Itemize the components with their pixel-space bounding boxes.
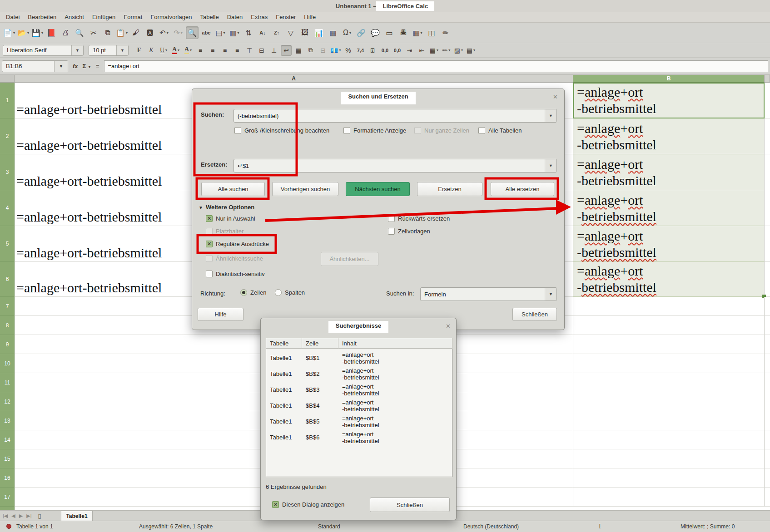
row-header-2[interactable]: 2 (0, 118, 15, 154)
menu-formatvorlagen[interactable]: Formatvorlagen (146, 12, 196, 22)
cell-b13[interactable] (573, 411, 765, 430)
menu-format[interactable]: Format (119, 12, 146, 22)
menu-ansicht[interactable]: Ansicht (60, 12, 88, 22)
cut-icon[interactable]: ✂ (87, 26, 100, 39)
paste-icon[interactable]: 📋▾ (115, 26, 128, 39)
row-header-16[interactable]: 16 (0, 468, 15, 488)
row-header-15[interactable]: 15 (0, 449, 15, 468)
insert-image-icon[interactable]: 🖼 (298, 26, 311, 39)
formula-input[interactable] (104, 60, 768, 72)
center-vertically-icon[interactable]: ⊟ (256, 45, 267, 56)
insert-pivot-table-icon[interactable]: ▦ (327, 26, 339, 39)
currency-format-dropdown-icon[interactable]: ▾ (339, 48, 341, 52)
function-wizard-icon[interactable]: fx (73, 63, 78, 69)
formula-icon[interactable]: = (96, 63, 99, 69)
cell-b1[interactable]: =anlage+ort-betriebsmittel (573, 83, 765, 118)
percent-format-icon[interactable]: % (343, 45, 353, 56)
status-sum-info[interactable]: Mittelwert: ; Summe: 0 (681, 523, 735, 530)
row-header-4[interactable]: 4 (0, 190, 15, 226)
row-header-8[interactable]: 8 (0, 316, 15, 335)
highlighting-color-icon[interactable]: A▾ (183, 45, 194, 56)
results-dialog-close-icon[interactable]: ✕ (446, 323, 451, 330)
row-header-17[interactable]: 17 (0, 488, 15, 507)
menu-einfügen[interactable]: Einfügen (88, 12, 119, 22)
previous-sheet-icon[interactable]: ◀ (11, 513, 15, 519)
insert-text-box-icon[interactable]: ▭ (383, 26, 396, 39)
ersetzen-button[interactable]: Ersetzen (417, 182, 482, 196)
font-size-combo[interactable]: 10 pt ▼ (89, 45, 129, 56)
insert-row-icon[interactable]: ▤▾ (214, 26, 227, 39)
replace-dropdown-icon[interactable]: ▼ (545, 159, 556, 172)
open-icon[interactable]: 📂▾ (17, 26, 30, 39)
insert-hyperlink-icon[interactable]: 🔗 (355, 26, 368, 39)
column-header-b[interactable]: B (573, 75, 765, 83)
merge-and-center-cells-icon[interactable]: ▦ (293, 45, 304, 56)
redo-icon[interactable]: ↷▾ (172, 26, 184, 39)
sheet-tab-tabelle1[interactable]: Tabelle1 (61, 511, 93, 521)
background-color-icon[interactable]: ▨▾ (453, 45, 464, 56)
menu-daten[interactable]: Daten (223, 12, 247, 22)
direction-columns-radio[interactable]: Spalten (275, 289, 305, 296)
n-chsten-suchen-button[interactable]: Nächsten suchen (346, 182, 410, 196)
name-box-dropdown-icon[interactable]: ▼ (54, 61, 68, 72)
cell-b2[interactable]: =anlage+ort-betriebsmittel (573, 118, 765, 154)
clear-formatting-icon[interactable]: 🅰 (144, 26, 156, 39)
checkbox--hnlichkeitssuche[interactable]: Ähnlichkeitssuche (206, 255, 263, 262)
checkbox-alle-tabellen[interactable]: Alle Tabellen (478, 127, 522, 134)
new-document-dropdown-icon[interactable]: ▾ (13, 31, 15, 35)
status-page-style[interactable]: Standard (318, 523, 340, 530)
menu-fenster[interactable]: Fenster (272, 12, 300, 22)
row-header-14[interactable]: 14 (0, 430, 15, 449)
menu-tabelle[interactable]: Tabelle (196, 12, 223, 22)
row-header-1[interactable]: 1 (0, 83, 15, 118)
results-close-button[interactable]: Schließen (370, 498, 450, 512)
spelling-icon[interactable]: abc (200, 26, 213, 39)
checkbox-nur-in-auswahl[interactable]: ✕Nur in Auswahl (206, 215, 255, 222)
show-dialog-checkbox[interactable]: ✕ Diesen Dialog anzeigen (272, 501, 344, 508)
name-box[interactable]: B1:B6 ▼ (2, 60, 68, 72)
underline-icon[interactable]: U▾ (158, 45, 169, 56)
checkbox-gro-kleinschreibung-beachten[interactable]: Groß-/Kleinschreibung beachten (234, 127, 329, 134)
align-right-icon[interactable]: ≡ (219, 45, 230, 56)
cell-b3[interactable]: =anlage+ort-betriebsmittel (573, 154, 765, 190)
freeze-rows-columns-dropdown-icon[interactable]: ▾ (421, 31, 422, 35)
more-options-toggle[interactable]: ▼Weitere Optionen (199, 204, 254, 211)
undo-icon[interactable]: ↶▾ (158, 26, 170, 39)
help-button[interactable]: Hilfe (198, 308, 243, 321)
align-bottom-icon[interactable]: ⊥ (268, 45, 279, 56)
cell-b5[interactable]: =anlage+ort-betriebsmittel (573, 226, 765, 262)
find-close-button[interactable]: Schließen (512, 308, 557, 321)
wrap-text-icon[interactable]: ↩ (281, 45, 292, 56)
cell-b14[interactable] (573, 430, 765, 449)
insert-comment-icon[interactable]: 💬 (369, 26, 382, 39)
add-decimal-place-icon[interactable]: 0,0 (379, 45, 390, 56)
checkbox-platzhalter[interactable]: Platzhalter (206, 228, 243, 235)
row-header-3[interactable]: 3 (0, 154, 15, 190)
print-area-icon[interactable]: 🖶 (397, 26, 410, 39)
insert-row-dropdown-icon[interactable]: ▾ (224, 31, 225, 35)
italic-icon[interactable]: K (146, 45, 157, 56)
borders-icon[interactable]: ▦▾ (428, 45, 439, 56)
row-header-11[interactable]: 11 (0, 373, 15, 392)
first-sheet-icon[interactable]: |◀ (3, 513, 8, 519)
clone-formatting-icon[interactable]: 🖌 (129, 26, 142, 39)
checkbox-nur-ganze-zellen[interactable]: Nur ganze Zellen (414, 127, 469, 134)
results-row-4[interactable]: Tabelle1$B$4=anlage+ort-betriebsmittel (266, 398, 452, 414)
decrease-indent-icon[interactable]: ⇤ (416, 45, 427, 56)
results-row-6[interactable]: Tabelle1$B$6=anlage+ort-betriebsmittel (266, 429, 452, 445)
row-header-12[interactable]: 12 (0, 392, 15, 411)
checkbox-formatierte-anzeige[interactable]: Formatierte Anzeige (343, 127, 406, 134)
undo-dropdown-icon[interactable]: ▾ (167, 31, 169, 35)
sort-descending-icon[interactable]: Z↑ (270, 26, 283, 39)
bold-icon[interactable]: F (134, 45, 144, 56)
font-color-icon[interactable]: A▾ (170, 45, 181, 56)
alle-ersetzen-button[interactable]: Alle ersetzen (491, 182, 554, 196)
cell-b12[interactable] (573, 392, 765, 411)
insert-column-dropdown-icon[interactable]: ▾ (238, 31, 239, 35)
conditional-formatting-icon[interactable]: ▤▾ (465, 45, 476, 56)
font-name-dropdown-icon[interactable]: ▼ (71, 45, 83, 55)
replace-input[interactable]: ↵$1 ▼ (233, 159, 557, 172)
cell-b11[interactable] (573, 373, 765, 392)
split-window-icon[interactable]: ◫ (425, 26, 438, 39)
freeze-rows-columns-icon[interactable]: ▦▾ (411, 26, 424, 39)
